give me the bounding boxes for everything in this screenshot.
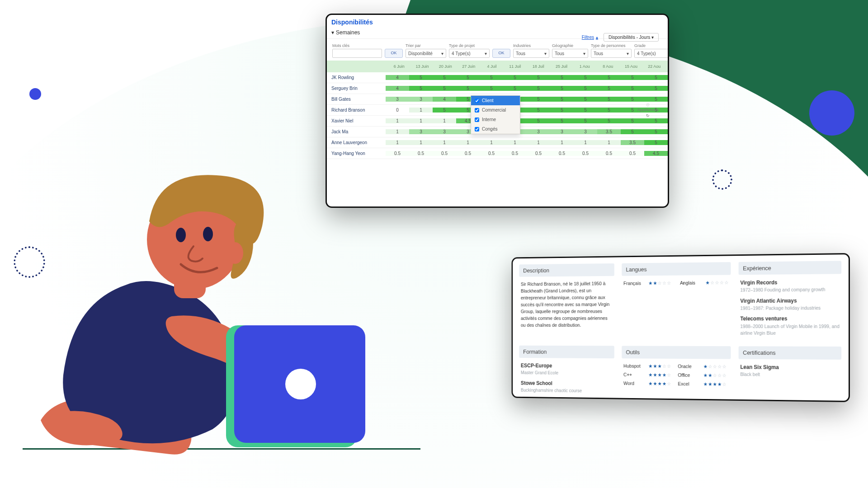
industries-select[interactable]: Tous▾	[513, 49, 549, 58]
availability-cell[interactable]: 5	[503, 86, 527, 91]
availability-cell[interactable]: 5	[597, 118, 621, 123]
availability-cell[interactable]: 3.5	[621, 140, 644, 145]
person-name[interactable]: Serguey Brin	[327, 86, 386, 91]
availability-cell[interactable]: 1	[503, 140, 527, 145]
availability-cell[interactable]: 5	[456, 86, 480, 91]
availability-cell[interactable]: 3	[574, 129, 597, 134]
availability-cell[interactable]: 3	[386, 97, 409, 102]
availability-cell[interactable]: 0.5	[621, 151, 644, 156]
availability-cell[interactable]: 5	[433, 108, 456, 113]
person-name[interactable]: Anne Lauvergeon	[327, 140, 386, 145]
availability-cell[interactable]: 5	[644, 129, 668, 134]
availability-cell[interactable]: 5	[621, 75, 644, 80]
availability-cell[interactable]: 5	[409, 86, 433, 91]
availability-cell[interactable]: 0.5	[550, 151, 574, 156]
availability-cell[interactable]: 5	[409, 75, 433, 80]
availability-cell[interactable]: 5	[621, 97, 644, 102]
availability-cell[interactable]: 3.5	[597, 129, 621, 134]
availability-cell[interactable]: 5	[527, 118, 550, 123]
appetences-toggle[interactable]: ♡ Appétences ↻	[637, 103, 659, 118]
person-name[interactable]: Bill Gates	[327, 97, 386, 102]
availability-cell[interactable]: 4	[386, 75, 409, 80]
availability-cell[interactable]: 5	[433, 75, 456, 80]
option-client[interactable]: Client	[471, 96, 520, 105]
availability-cell[interactable]: 5	[433, 86, 456, 91]
person-name[interactable]: Richard Branson	[327, 108, 386, 113]
availability-cell[interactable]: 1	[433, 140, 456, 145]
availability-cell[interactable]: 5	[621, 86, 644, 91]
availability-cell[interactable]: 0	[386, 108, 409, 113]
availability-cell[interactable]: 5	[597, 75, 621, 80]
availability-cell[interactable]: 0.5	[527, 151, 550, 156]
availability-cell[interactable]: 1	[480, 140, 503, 145]
availability-cell[interactable]: 5	[644, 75, 668, 80]
project-type-select[interactable]: 4 Type(s)▾	[449, 49, 490, 58]
availability-cell[interactable]: 5	[527, 86, 550, 91]
option-commercial[interactable]: Commercial	[471, 105, 520, 115]
availability-cell[interactable]: 5	[480, 75, 503, 80]
keywords-input[interactable]	[332, 49, 382, 58]
availability-cell[interactable]: 5	[574, 118, 597, 123]
availability-cell[interactable]: 5	[644, 140, 668, 145]
availability-cell[interactable]: 1	[386, 129, 409, 134]
availability-cell[interactable]: 5	[574, 108, 597, 113]
availability-cell[interactable]: 0.5	[503, 151, 527, 156]
availability-cell[interactable]: 5	[527, 108, 550, 113]
availability-cell[interactable]: 0.5	[456, 151, 480, 156]
availability-cell[interactable]: 3	[550, 129, 574, 134]
availability-cell[interactable]: 1	[574, 140, 597, 145]
sort-select[interactable]: Disponibilité▾	[406, 49, 446, 58]
availability-cell[interactable]: 5	[644, 86, 668, 91]
availability-cell[interactable]: 5	[621, 129, 644, 134]
availability-cell[interactable]: 5	[550, 97, 574, 102]
availability-cell[interactable]: 5	[480, 86, 503, 91]
view-mode-select[interactable]: Disponibilités - Jours ▾	[604, 33, 659, 42]
option-conges[interactable]: Congés	[471, 124, 520, 134]
filters-link[interactable]: Filtres ▴	[582, 35, 598, 40]
availability-cell[interactable]: 1	[409, 108, 433, 113]
availability-cell[interactable]: 1	[433, 118, 456, 123]
availability-cell[interactable]: 5	[527, 97, 550, 102]
availability-cell[interactable]: 5	[574, 97, 597, 102]
availability-cell[interactable]: 5	[550, 108, 574, 113]
availability-cell[interactable]: 4	[386, 86, 409, 91]
availability-cell[interactable]: 5	[597, 97, 621, 102]
availability-cell[interactable]: 5	[503, 75, 527, 80]
availability-cell[interactable]: 5	[644, 118, 668, 123]
availability-cell[interactable]: 0.5	[597, 151, 621, 156]
availability-cell[interactable]: 3	[409, 97, 433, 102]
availability-cell[interactable]: 5	[550, 118, 574, 123]
availability-cell[interactable]: 1	[597, 140, 621, 145]
person-name[interactable]: Xavier Niel	[327, 118, 386, 123]
availability-cell[interactable]: 4.5	[644, 151, 668, 156]
availability-cell[interactable]: 5	[456, 75, 480, 80]
availability-cell[interactable]: 0.5	[409, 151, 433, 156]
availability-cell[interactable]: 1	[550, 140, 574, 145]
availability-cell[interactable]: 5	[550, 75, 574, 80]
availability-cell[interactable]: 1	[409, 118, 433, 123]
availability-cell[interactable]: 5	[597, 86, 621, 91]
availability-cell[interactable]: 5	[550, 86, 574, 91]
availability-cell[interactable]: 3	[527, 129, 550, 134]
ok-button[interactable]: OK	[385, 49, 403, 58]
availability-cell[interactable]: 1	[527, 140, 550, 145]
availability-cell[interactable]: 5	[621, 118, 644, 123]
availability-cell[interactable]: 1	[386, 118, 409, 123]
availability-cell[interactable]: 5	[527, 75, 550, 80]
availability-cell[interactable]: 4	[433, 97, 456, 102]
availability-cell[interactable]: 0.5	[574, 151, 597, 156]
availability-cell[interactable]: 1	[386, 140, 409, 145]
grade-select[interactable]: 4 Type(s)▾	[634, 49, 669, 58]
availability-cell[interactable]: 5	[597, 108, 621, 113]
ok-button[interactable]: OK	[492, 49, 510, 58]
person-name[interactable]: JK Rowling	[327, 75, 386, 80]
availability-cell[interactable]: 5	[574, 86, 597, 91]
person-name[interactable]: Jack Ma	[327, 129, 386, 134]
availability-cell[interactable]: 3	[409, 129, 433, 134]
availability-cell[interactable]: 3	[433, 129, 456, 134]
availability-cell[interactable]: 0.5	[433, 151, 456, 156]
person-name[interactable]: Yang-Hang Yeon	[327, 151, 386, 156]
availability-cell[interactable]: 0.5	[480, 151, 503, 156]
availability-cell[interactable]: 1	[456, 140, 480, 145]
option-interne[interactable]: Interne	[471, 115, 520, 124]
